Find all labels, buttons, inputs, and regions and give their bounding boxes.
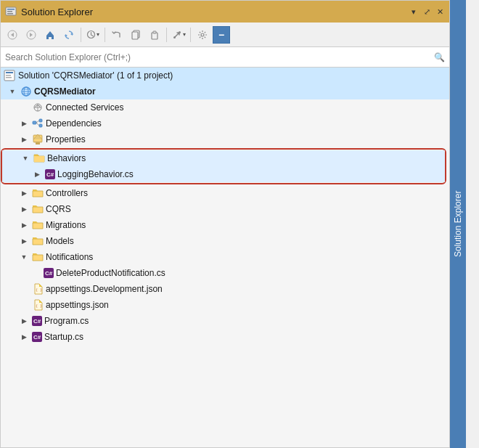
float-button[interactable]: ⤢: [422, 7, 432, 17]
solution-label: Solution 'CQRSMediator' (1 of 1 project): [18, 70, 173, 81]
svg-text:{ }: { }: [36, 304, 42, 308]
migrations-expand[interactable]: [18, 219, 30, 231]
tree-item-connected-services[interactable]: Connected Services: [1, 99, 449, 115]
svg-rect-18: [6, 75, 11, 76]
migrations-label: Migrations: [46, 220, 86, 230]
appsettings-dev-label: appsettings.Development.json: [46, 284, 163, 294]
tree-item-cqrs[interactable]: CQRS: [1, 201, 449, 217]
cqrs-label: CQRS: [46, 204, 71, 214]
connected-expand[interactable]: [18, 102, 30, 113]
migrations-folder-icon: [32, 219, 44, 231]
tree-item-startup[interactable]: C# Startup.cs: [1, 329, 449, 345]
title-bar-left: Solution Explorer: [5, 6, 93, 17]
notifications-label: Notifications: [46, 252, 93, 262]
side-tab[interactable]: Solution Explorer: [450, 0, 466, 448]
dependencies-expand[interactable]: [18, 118, 30, 129]
home-button[interactable]: [41, 26, 59, 44]
svg-point-15: [201, 33, 204, 36]
solution-explorer: Solution Explorer ▾ ⤢ ✕ ▾: [0, 0, 450, 448]
svg-marker-7: [65, 34, 67, 37]
tree-item-dependencies[interactable]: Dependencies: [1, 115, 449, 131]
tree-item-logging-behavior[interactable]: C# LoggingBehavior.cs: [2, 166, 445, 182]
tree-item-behaviors[interactable]: Behaviors: [2, 150, 445, 166]
solution-icon: [4, 70, 15, 81]
appsettings-expand[interactable]: [18, 299, 30, 311]
appsettings-icon: { }: [32, 299, 44, 311]
tree-item-program[interactable]: C# Program.cs: [1, 313, 449, 329]
svg-point-13: [173, 36, 176, 38]
delete-notification-expand[interactable]: [30, 267, 41, 279]
program-label: Program.cs: [44, 316, 89, 326]
dependencies-icon: [32, 118, 44, 129]
svg-marker-6: [70, 33, 73, 36]
solution-row[interactable]: Solution 'CQRSMediator' (1 of 1 project): [1, 68, 449, 84]
connected-services-icon: [32, 102, 44, 113]
models-expand[interactable]: [18, 235, 30, 247]
dependencies-label: Dependencies: [46, 118, 102, 129]
project-label: CQRSMediator: [34, 86, 96, 97]
back-button[interactable]: [4, 26, 21, 44]
copy-button[interactable]: [127, 26, 144, 44]
tree-item-migrations[interactable]: Migrations: [1, 217, 449, 233]
svg-rect-1: [7, 9, 15, 10]
svg-rect-29: [39, 119, 42, 122]
notifications-expand[interactable]: [18, 251, 30, 263]
svg-rect-10: [132, 32, 138, 39]
controllers-expand[interactable]: [18, 187, 30, 199]
properties-expand[interactable]: [18, 134, 30, 145]
project-expand[interactable]: [7, 86, 18, 97]
controllers-folder-icon: [32, 187, 44, 199]
connect-dropdown[interactable]: ▾: [170, 26, 187, 44]
properties-icon: [32, 134, 44, 145]
notifications-folder-icon: [32, 251, 44, 263]
project-row[interactable]: CQRSMediator: [1, 84, 449, 99]
forward-button[interactable]: [22, 26, 40, 44]
tree-item-appsettings[interactable]: { } appsettings.json: [1, 297, 449, 313]
behaviors-expand[interactable]: [20, 152, 31, 164]
svg-point-14: [179, 31, 181, 33]
tree-content: Solution 'CQRSMediator' (1 of 1 project)…: [1, 68, 449, 447]
logging-behavior-expand[interactable]: [31, 168, 43, 180]
models-label: Models: [46, 236, 74, 246]
search-input[interactable]: [5, 52, 434, 62]
svg-line-31: [36, 121, 39, 123]
pin-button[interactable]: ▾: [409, 7, 419, 17]
startup-csharp-icon: C#: [32, 332, 42, 342]
toolbar-sep-2: [105, 28, 105, 42]
paste-button[interactable]: [146, 26, 163, 44]
project-icon: [20, 86, 32, 97]
delete-notification-csharp-icon: C#: [44, 268, 54, 278]
sync-button[interactable]: [60, 26, 78, 44]
tree-item-notifications[interactable]: Notifications: [1, 249, 449, 265]
cqrs-expand[interactable]: [18, 203, 30, 215]
svg-rect-17: [6, 72, 13, 73]
svg-rect-30: [39, 124, 42, 127]
title-bar-controls: ▾ ⤢ ✕: [409, 7, 445, 17]
undo-button[interactable]: [108, 26, 126, 44]
svg-rect-3: [7, 13, 13, 15]
appsettings-dev-expand[interactable]: [18, 283, 30, 295]
tree-item-appsettings-dev[interactable]: { } appsettings.Development.json: [1, 281, 449, 297]
startup-expand[interactable]: [18, 331, 30, 343]
toolbar-sep-1: [81, 28, 81, 42]
logging-behavior-label: LoggingBehavior.cs: [57, 169, 134, 179]
behaviors-group: Behaviors C# LoggingBehavior.cs: [1, 148, 446, 184]
close-button[interactable]: ✕: [435, 7, 445, 17]
properties-label: Properties: [46, 134, 86, 144]
tree-item-controllers[interactable]: Controllers: [1, 185, 449, 201]
tree-item-properties[interactable]: Properties: [1, 131, 449, 147]
tree-item-delete-product-notification[interactable]: C# DeleteProductNotification.cs: [1, 265, 449, 281]
search-icon: 🔍: [434, 52, 445, 62]
appsettings-label: appsettings.json: [46, 300, 109, 310]
settings-button[interactable]: [194, 26, 211, 44]
svg-rect-2: [7, 11, 12, 12]
history-dropdown[interactable]: ▾: [84, 26, 102, 44]
startup-label: Startup.cs: [44, 332, 83, 342]
svg-text:{ }: { }: [36, 288, 42, 292]
appsettings-dev-icon: { }: [32, 283, 44, 295]
solution-explorer-icon: [5, 6, 17, 17]
window-title: Solution Explorer: [21, 7, 93, 17]
minus-button[interactable]: −: [213, 26, 230, 44]
program-expand[interactable]: [18, 315, 30, 327]
tree-item-models[interactable]: Models: [1, 233, 449, 249]
